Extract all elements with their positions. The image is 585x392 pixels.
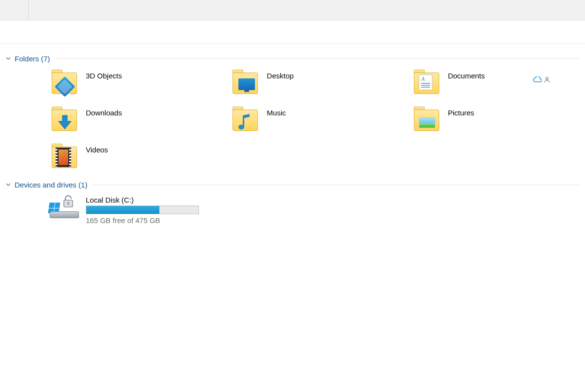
folder-icon bbox=[51, 107, 78, 132]
content-area: Folders (7) 3D Objects Desktop Documents bbox=[0, 44, 585, 224]
folder-desktop[interactable]: Desktop bbox=[230, 69, 386, 96]
group-header-drives-label: Devices and drives (1) bbox=[15, 181, 87, 189]
group-header-rule bbox=[56, 58, 580, 59]
folder-label: Music bbox=[267, 107, 286, 117]
group-header-folders-label: Folders (7) bbox=[15, 55, 50, 63]
folder-icon bbox=[51, 70, 78, 95]
folder-label: Videos bbox=[86, 144, 108, 154]
drive-capacity-fill bbox=[86, 206, 159, 214]
folder-label: Documents bbox=[448, 70, 485, 80]
folder-music[interactable]: Music bbox=[230, 106, 386, 133]
folder-videos[interactable]: Videos bbox=[49, 143, 205, 170]
cloud-icon bbox=[533, 76, 542, 83]
drive-capacity-bar bbox=[86, 205, 199, 214]
folder-label: Pictures bbox=[448, 107, 474, 117]
folder-downloads[interactable]: Downloads bbox=[49, 106, 205, 133]
folder-label: Desktop bbox=[267, 70, 293, 80]
group-header-rule bbox=[93, 185, 580, 185]
tab-separator bbox=[28, 0, 29, 20]
folder-label: 3D Objects bbox=[86, 70, 122, 80]
folder-pictures[interactable]: Pictures bbox=[411, 106, 567, 133]
drive-info: Local Disk (C:) 165 GB free of 475 GB bbox=[86, 195, 278, 224]
drive-icon bbox=[49, 195, 80, 220]
folder-icon bbox=[51, 144, 78, 169]
documents-status-icons bbox=[533, 76, 550, 83]
svg-point-0 bbox=[546, 77, 548, 80]
folder-icon bbox=[413, 70, 440, 95]
ribbon-tabstrip bbox=[0, 0, 585, 20]
drive-local-disk-c[interactable]: Local Disk (C:) 165 GB free of 475 GB bbox=[5, 192, 278, 224]
chevron-down-icon bbox=[5, 55, 12, 63]
group-header-drives[interactable]: Devices and drives (1) bbox=[5, 181, 580, 189]
folder-icon bbox=[413, 107, 440, 132]
group-header-folders[interactable]: Folders (7) bbox=[5, 55, 580, 63]
chevron-down-icon bbox=[5, 181, 12, 189]
folder-documents[interactable]: Documents bbox=[411, 69, 567, 96]
drive-free-text: 165 GB free of 475 GB bbox=[86, 216, 278, 224]
ribbon-area bbox=[0, 20, 585, 44]
person-icon bbox=[544, 76, 550, 83]
folders-grid: 3D Objects Desktop Documents bbox=[5, 66, 580, 170]
folder-label: Downloads bbox=[86, 107, 122, 117]
folder-3d-objects[interactable]: 3D Objects bbox=[49, 69, 205, 96]
drive-name: Local Disk (C:) bbox=[86, 196, 278, 204]
unlock-icon bbox=[62, 195, 74, 209]
folder-icon bbox=[232, 70, 259, 95]
svg-rect-3 bbox=[68, 203, 69, 205]
folder-icon bbox=[232, 107, 259, 132]
